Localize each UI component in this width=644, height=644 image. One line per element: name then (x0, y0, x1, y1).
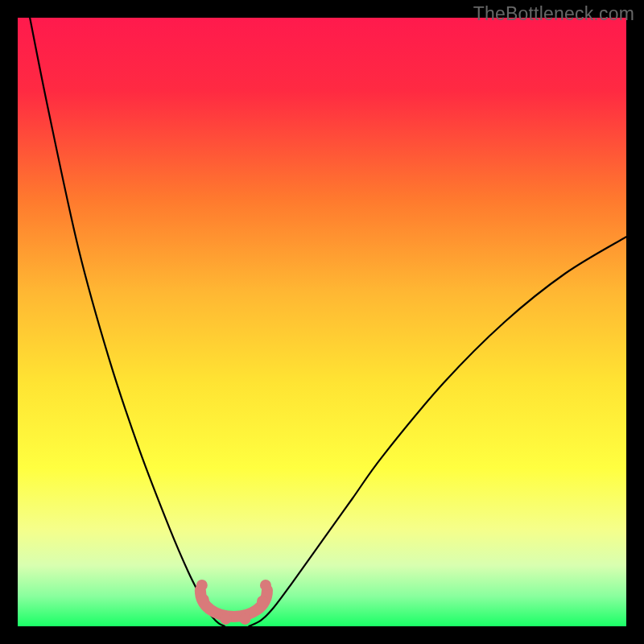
chart-frame: TheBottleneck.com (0, 0, 644, 644)
svg-point-0 (196, 580, 208, 591)
svg-point-1 (198, 594, 209, 605)
svg-point-4 (220, 613, 231, 625)
chart-plot (18, 18, 626, 626)
svg-point-5 (239, 613, 250, 625)
chart-svg (18, 18, 626, 626)
gradient-bg (18, 18, 626, 626)
svg-point-3 (257, 596, 268, 607)
svg-point-2 (260, 580, 271, 591)
watermark-label: TheBottleneck.com (473, 3, 634, 25)
